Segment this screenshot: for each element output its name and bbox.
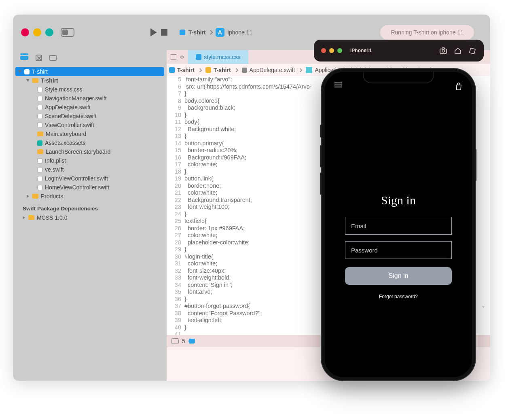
password-field[interactable]: Password <box>345 241 452 259</box>
navigator-tabs <box>13 50 167 66</box>
zoom-window-button[interactable] <box>45 28 53 36</box>
forgot-password-link[interactable]: Forgot password? <box>379 294 418 299</box>
tree-file[interactable]: ve.swift <box>13 165 167 174</box>
tree-file-label: Info.plist <box>45 157 66 164</box>
tree-file[interactable]: LaunchScreen.storyboard <box>13 147 167 156</box>
tree-file[interactable]: Main.storyboard <box>13 129 167 138</box>
drawer-icon[interactable] <box>171 338 179 344</box>
sim-zoom-button[interactable] <box>337 48 342 53</box>
home-icon[interactable] <box>454 47 462 54</box>
sim-traffic-lights <box>321 48 342 53</box>
tree-dependency[interactable]: MCSS 1.0.0 <box>13 213 167 222</box>
scheme-selector[interactable]: T-shirt A iphone 11 <box>180 28 252 37</box>
tree-file[interactable]: Assets.xcassets <box>13 138 167 147</box>
device-name: iphone 11 <box>228 29 253 36</box>
svg-point-1 <box>442 50 444 52</box>
tree-file[interactable]: ViewController.swift <box>13 121 167 129</box>
sim-subtitle: ··· <box>358 53 360 55</box>
tree-file-label: HomeViewController.swift <box>45 184 109 191</box>
crumb-c: AppDelegate.swift <box>250 67 295 73</box>
tree-file-label: SceneDelegate.swift <box>45 113 97 119</box>
run-button[interactable] <box>150 28 157 36</box>
file-icon <box>37 105 42 110</box>
fold-chevron-icon[interactable]: ⌄ <box>481 303 485 310</box>
rotate-icon[interactable] <box>468 47 476 54</box>
signin-button[interactable]: Sign in <box>345 267 452 285</box>
build-status: Running T-shirt on iphone 11 <box>380 25 474 40</box>
screenshot-icon[interactable] <box>439 47 447 54</box>
chevron-right-icon <box>234 68 238 72</box>
chevron-right-icon <box>298 68 303 72</box>
crumb-b: T-shirt <box>214 67 231 73</box>
file-icon <box>37 140 42 146</box>
tree-file[interactable]: HomeViewController.swift <box>13 183 167 192</box>
file-icon <box>37 149 43 154</box>
file-tree: T-shirt T-shirt Style.mcss.cssNavigation… <box>13 66 167 222</box>
tree-root-label: T-shirt <box>32 68 48 75</box>
shopping-bag-icon[interactable] <box>455 83 462 92</box>
tree-file[interactable]: SceneDelegate.swift <box>13 112 167 121</box>
project-navigator-icon[interactable] <box>20 56 28 60</box>
close-window-button[interactable] <box>21 28 29 36</box>
tree-file-label: NavigationManager.swift <box>45 95 107 102</box>
iphone-notch <box>363 72 434 83</box>
email-placeholder: Email <box>351 223 366 229</box>
tree-group-label: T-shirt <box>41 77 58 84</box>
signin-heading: Sign in <box>381 193 416 207</box>
forgot-password-label: Forgot password? <box>379 294 418 299</box>
sim-close-button[interactable] <box>321 48 326 53</box>
tree-file-label: AppDelegate.swift <box>45 104 91 110</box>
password-placeholder: Password <box>351 247 378 254</box>
chevron-right-icon <box>208 30 213 34</box>
tree-file-label: Style.mcss.css <box>45 86 83 93</box>
email-field[interactable]: Email <box>345 217 452 235</box>
tag-icon[interactable] <box>188 339 195 344</box>
window-traffic-lights <box>21 28 53 36</box>
sidebar-toggle[interactable] <box>61 28 74 37</box>
swift-file-icon <box>242 68 247 73</box>
dep-label: MCSS 1.0.0 <box>37 214 67 221</box>
scheme-name: T-shirt <box>188 29 206 36</box>
sim-title: iPhone11 <box>350 48 372 53</box>
hamburger-menu-icon[interactable] <box>334 83 342 92</box>
run-controls <box>150 28 167 36</box>
products-label: Products <box>41 193 63 199</box>
tree-file[interactable]: LoginViewController.swift <box>13 174 167 183</box>
status-text: Running T-shirt on iphone 11 <box>391 29 464 36</box>
tree-file[interactable]: NavigationManager.swift <box>13 94 167 103</box>
tree-products[interactable]: Products <box>13 192 167 201</box>
tree-file[interactable]: Info.plist <box>13 156 167 165</box>
tree-root[interactable]: T-shirt <box>15 67 164 76</box>
app-icon: A <box>216 28 224 37</box>
sim-toolbar-icons <box>439 47 476 54</box>
file-icon <box>37 167 42 172</box>
navigator-sidebar: T-shirt T-shirt Style.mcss.cssNavigation… <box>13 50 167 381</box>
tree-group[interactable]: T-shirt <box>13 76 167 85</box>
tree-file-label: ViewController.swift <box>45 122 94 128</box>
crumb-a: T-shirt <box>177 67 195 73</box>
file-icon <box>196 54 201 60</box>
minimize-window-button[interactable] <box>33 28 41 36</box>
editor-tab[interactable]: style.mcss.css <box>188 50 248 64</box>
signin-button-label: Sign in <box>389 272 408 280</box>
svg-rect-3 <box>470 48 476 54</box>
method-icon <box>306 67 312 73</box>
file-icon <box>37 96 42 101</box>
iphone-screen: Sign in Email Password Sign in Forgot pa… <box>325 72 472 377</box>
file-icon <box>37 185 42 190</box>
file-icon <box>37 176 42 181</box>
editor-back-forward[interactable]: < > <box>180 54 183 60</box>
source-control-icon[interactable] <box>36 55 42 61</box>
sim-minimize-button[interactable] <box>329 48 334 53</box>
tree-file-label: Main.storyboard <box>46 131 86 137</box>
file-icon <box>37 123 42 128</box>
iphone-simulator: Sign in Email Password Sign in Forgot pa… <box>322 69 475 380</box>
deps-header: Swift Package Dependencies <box>13 201 167 213</box>
tree-file[interactable]: Style.mcss.css <box>13 85 167 94</box>
folder-icon <box>205 67 211 73</box>
tree-file[interactable]: AppDelegate.swift <box>13 103 167 112</box>
chevron-right-icon <box>198 68 202 72</box>
symbols-navigator-icon[interactable] <box>49 55 57 61</box>
related-items-icon[interactable] <box>171 54 176 60</box>
stop-button[interactable] <box>161 29 167 36</box>
